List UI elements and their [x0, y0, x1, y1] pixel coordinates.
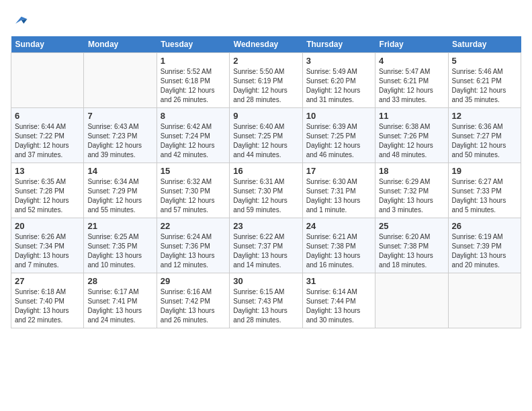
calendar-header-row: SundayMondayTuesdayWednesdayThursdayFrid… [11, 36, 521, 53]
calendar-cell: 29Sunrise: 6:16 AM Sunset: 7:42 PM Dayli… [157, 273, 229, 328]
calendar-cell: 18Sunrise: 6:29 AM Sunset: 7:32 PM Dayli… [375, 163, 448, 218]
column-header-monday: Monday [84, 36, 157, 53]
logo-bird-icon [11, 11, 30, 30]
day-info: Sunrise: 6:24 AM Sunset: 7:36 PM Dayligh… [161, 232, 226, 270]
day-info: Sunrise: 6:17 AM Sunset: 7:41 PM Dayligh… [87, 287, 152, 325]
calendar-cell: 11Sunrise: 6:38 AM Sunset: 7:26 PM Dayli… [375, 108, 448, 163]
day-number: 15 [161, 166, 226, 176]
day-number: 25 [379, 221, 444, 231]
day-number: 22 [161, 221, 226, 231]
calendar-cell: 5Sunrise: 5:46 AM Sunset: 6:21 PM Daylig… [448, 53, 521, 108]
day-info: Sunrise: 6:26 AM Sunset: 7:34 PM Dayligh… [15, 232, 80, 270]
calendar-cell: 30Sunrise: 6:15 AM Sunset: 7:43 PM Dayli… [230, 273, 302, 328]
day-info: Sunrise: 6:15 AM Sunset: 7:43 PM Dayligh… [233, 287, 298, 325]
day-info: Sunrise: 5:47 AM Sunset: 6:21 PM Dayligh… [379, 67, 444, 105]
calendar-cell: 17Sunrise: 6:30 AM Sunset: 7:31 PM Dayli… [302, 163, 375, 218]
calendar-cell: 8Sunrise: 6:42 AM Sunset: 7:24 PM Daylig… [157, 108, 229, 163]
calendar-cell [448, 273, 521, 328]
day-number: 18 [379, 166, 444, 176]
day-info: Sunrise: 6:30 AM Sunset: 7:31 PM Dayligh… [306, 177, 371, 215]
day-number: 8 [161, 111, 226, 121]
calendar-cell [84, 53, 157, 108]
day-number: 21 [87, 221, 152, 231]
day-number: 9 [233, 111, 298, 121]
day-number: 13 [15, 166, 80, 176]
calendar-table: SundayMondayTuesdayWednesdayThursdayFrid… [11, 36, 521, 328]
day-info: Sunrise: 6:38 AM Sunset: 7:26 PM Dayligh… [379, 122, 444, 160]
calendar-cell: 1Sunrise: 5:52 AM Sunset: 6:18 PM Daylig… [157, 53, 229, 108]
day-info: Sunrise: 6:32 AM Sunset: 7:30 PM Dayligh… [161, 177, 226, 215]
calendar-cell: 9Sunrise: 6:40 AM Sunset: 7:25 PM Daylig… [230, 108, 302, 163]
calendar-cell: 19Sunrise: 6:27 AM Sunset: 7:33 PM Dayli… [448, 163, 521, 218]
column-header-thursday: Thursday [302, 36, 375, 53]
calendar-cell: 13Sunrise: 6:35 AM Sunset: 7:28 PM Dayli… [11, 163, 84, 218]
day-number: 1 [161, 56, 226, 66]
day-number: 12 [452, 111, 517, 121]
day-info: Sunrise: 5:46 AM Sunset: 6:21 PM Dayligh… [452, 67, 517, 105]
day-info: Sunrise: 6:44 AM Sunset: 7:22 PM Dayligh… [15, 122, 80, 160]
calendar-cell [11, 53, 84, 108]
calendar-cell: 14Sunrise: 6:34 AM Sunset: 7:29 PM Dayli… [84, 163, 157, 218]
day-info: Sunrise: 5:52 AM Sunset: 6:18 PM Dayligh… [161, 67, 226, 105]
day-number: 7 [87, 111, 152, 121]
day-info: Sunrise: 6:20 AM Sunset: 7:38 PM Dayligh… [379, 232, 444, 270]
day-number: 23 [233, 221, 298, 231]
day-info: Sunrise: 6:43 AM Sunset: 7:23 PM Dayligh… [87, 122, 152, 160]
calendar-week-row: 13Sunrise: 6:35 AM Sunset: 7:28 PM Dayli… [11, 163, 521, 218]
calendar-cell: 6Sunrise: 6:44 AM Sunset: 7:22 PM Daylig… [11, 108, 84, 163]
calendar-cell: 7Sunrise: 6:43 AM Sunset: 7:23 PM Daylig… [84, 108, 157, 163]
calendar-cell: 3Sunrise: 5:49 AM Sunset: 6:20 PM Daylig… [302, 53, 375, 108]
calendar-cell: 4Sunrise: 5:47 AM Sunset: 6:21 PM Daylig… [375, 53, 448, 108]
calendar-cell: 28Sunrise: 6:17 AM Sunset: 7:41 PM Dayli… [84, 273, 157, 328]
calendar-cell: 26Sunrise: 6:19 AM Sunset: 7:39 PM Dayli… [448, 218, 521, 273]
day-info: Sunrise: 6:42 AM Sunset: 7:24 PM Dayligh… [161, 122, 226, 160]
calendar-cell: 12Sunrise: 6:36 AM Sunset: 7:27 PM Dayli… [448, 108, 521, 163]
calendar-cell: 25Sunrise: 6:20 AM Sunset: 7:38 PM Dayli… [375, 218, 448, 273]
day-info: Sunrise: 6:19 AM Sunset: 7:39 PM Dayligh… [452, 232, 517, 270]
column-header-tuesday: Tuesday [157, 36, 229, 53]
day-number: 28 [87, 276, 152, 286]
day-number: 19 [452, 166, 517, 176]
column-header-friday: Friday [375, 36, 448, 53]
day-info: Sunrise: 6:14 AM Sunset: 7:44 PM Dayligh… [306, 287, 371, 325]
day-info: Sunrise: 6:27 AM Sunset: 7:33 PM Dayligh… [452, 177, 517, 215]
calendar-cell: 31Sunrise: 6:14 AM Sunset: 7:44 PM Dayli… [302, 273, 375, 328]
day-number: 17 [306, 166, 371, 176]
column-header-wednesday: Wednesday [230, 36, 302, 53]
day-number: 30 [233, 276, 298, 286]
calendar-week-row: 6Sunrise: 6:44 AM Sunset: 7:22 PM Daylig… [11, 108, 521, 163]
day-info: Sunrise: 6:25 AM Sunset: 7:35 PM Dayligh… [87, 232, 152, 270]
calendar-cell [375, 273, 448, 328]
day-info: Sunrise: 6:40 AM Sunset: 7:25 PM Dayligh… [233, 122, 298, 160]
day-info: Sunrise: 6:18 AM Sunset: 7:40 PM Dayligh… [15, 287, 80, 325]
day-number: 6 [15, 111, 80, 121]
day-info: Sunrise: 6:16 AM Sunset: 7:42 PM Dayligh… [161, 287, 226, 325]
day-number: 14 [87, 166, 152, 176]
calendar-cell: 24Sunrise: 6:21 AM Sunset: 7:38 PM Dayli… [302, 218, 375, 273]
logo [11, 11, 32, 30]
calendar-cell: 23Sunrise: 6:22 AM Sunset: 7:37 PM Dayli… [230, 218, 302, 273]
day-number: 24 [306, 221, 371, 231]
day-number: 26 [452, 221, 517, 231]
calendar-cell: 20Sunrise: 6:26 AM Sunset: 7:34 PM Dayli… [11, 218, 84, 273]
day-info: Sunrise: 6:29 AM Sunset: 7:32 PM Dayligh… [379, 177, 444, 215]
calendar-cell: 16Sunrise: 6:31 AM Sunset: 7:30 PM Dayli… [230, 163, 302, 218]
day-info: Sunrise: 5:49 AM Sunset: 6:20 PM Dayligh… [306, 67, 371, 105]
day-number: 10 [306, 111, 371, 121]
calendar-cell: 2Sunrise: 5:50 AM Sunset: 6:19 PM Daylig… [230, 53, 302, 108]
day-info: Sunrise: 6:34 AM Sunset: 7:29 PM Dayligh… [87, 177, 152, 215]
calendar-cell: 22Sunrise: 6:24 AM Sunset: 7:36 PM Dayli… [157, 218, 229, 273]
day-info: Sunrise: 6:21 AM Sunset: 7:38 PM Dayligh… [306, 232, 371, 270]
day-info: Sunrise: 5:50 AM Sunset: 6:19 PM Dayligh… [233, 67, 298, 105]
day-info: Sunrise: 6:36 AM Sunset: 7:27 PM Dayligh… [452, 122, 517, 160]
column-header-saturday: Saturday [448, 36, 521, 53]
calendar-cell: 21Sunrise: 6:25 AM Sunset: 7:35 PM Dayli… [84, 218, 157, 273]
day-number: 3 [306, 56, 371, 66]
day-number: 20 [15, 221, 80, 231]
day-number: 5 [452, 56, 517, 66]
calendar-week-row: 20Sunrise: 6:26 AM Sunset: 7:34 PM Dayli… [11, 218, 521, 273]
page-header [11, 11, 521, 30]
column-header-sunday: Sunday [11, 36, 84, 53]
calendar-cell: 15Sunrise: 6:32 AM Sunset: 7:30 PM Dayli… [157, 163, 229, 218]
calendar-cell: 10Sunrise: 6:39 AM Sunset: 7:25 PM Dayli… [302, 108, 375, 163]
